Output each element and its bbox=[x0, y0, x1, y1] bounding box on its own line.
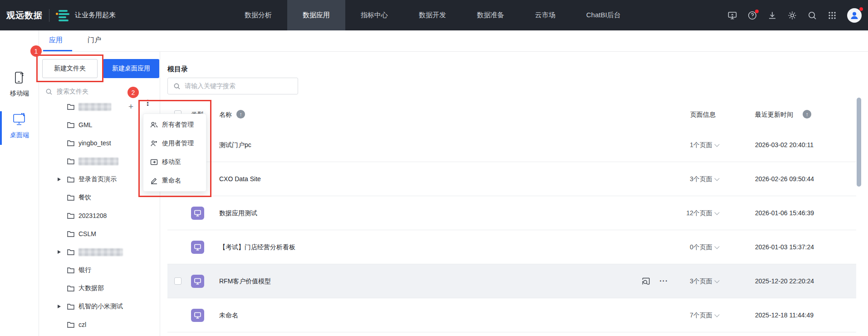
folder-tree: + GML yingbo_test 登录首页演示 餐饮 20231208 bbox=[39, 98, 160, 334]
nav-item-data-prep[interactable]: 数据准备 bbox=[461, 0, 520, 30]
folder-row[interactable]: CSLM bbox=[39, 225, 160, 243]
tab-apps[interactable]: 应用 bbox=[49, 36, 63, 44]
app-name[interactable]: RFM客户价值模型 bbox=[219, 277, 271, 286]
page-title: 根目录 bbox=[167, 65, 188, 74]
folder-search-placeholder: 搜索文件夹 bbox=[57, 88, 88, 96]
chevron-down-icon bbox=[714, 312, 719, 317]
app-name[interactable]: 测试门户pc bbox=[219, 141, 251, 149]
sort-asc-icon[interactable]: ↑ bbox=[236, 110, 245, 119]
settings-gear-icon[interactable] bbox=[787, 10, 797, 20]
folder-row[interactable]: 机智的小米测试 bbox=[39, 297, 160, 316]
new-desktop-app-button[interactable]: 新建桌面应用 bbox=[103, 59, 159, 78]
folder-row[interactable] bbox=[39, 152, 160, 170]
move-to-icon bbox=[150, 158, 158, 166]
table-row[interactable]: 数据应用测试 12个页面 2026-01-06 15:46:39 bbox=[167, 196, 856, 230]
folder-icon bbox=[67, 158, 74, 164]
help-icon[interactable] bbox=[747, 10, 757, 20]
menu-item-label: 移动至 bbox=[162, 158, 181, 166]
app-name[interactable]: 数据应用测试 bbox=[219, 209, 257, 217]
apps-grid-icon[interactable] bbox=[827, 10, 837, 20]
folder-row[interactable]: 登录首页演示 bbox=[39, 170, 160, 188]
desktop-app-icon bbox=[191, 207, 204, 220]
app-name[interactable]: 【考试】门店经营分析看板 bbox=[219, 243, 295, 252]
updated-time: 2025-12-18 11:44:49 bbox=[755, 311, 814, 319]
nav-item-cloud-market[interactable]: 云市场 bbox=[520, 0, 571, 30]
active-indicator bbox=[0, 111, 2, 145]
app-table: 测试门户pc 1个页面 2026-03-02 20:40:11 CXO Data… bbox=[167, 128, 856, 332]
menu-item-user-management[interactable]: 使用者管理 bbox=[143, 134, 206, 153]
nav-item-chatbi-admin[interactable]: ChatBI后台 bbox=[571, 0, 636, 30]
new-folder-button[interactable]: 新建文件夹 bbox=[42, 59, 98, 78]
folder-panel: 应用 门户 新建文件夹 新建桌面应用 搜索文件夹 + GML yingbo_te… bbox=[39, 30, 160, 336]
folder-icon bbox=[67, 321, 74, 328]
nav-item-data-apps[interactable]: 数据应用 bbox=[287, 0, 345, 30]
sidebar-label-desktop: 桌面端 bbox=[0, 131, 39, 139]
pages-dropdown[interactable]: 7个页面 bbox=[690, 311, 718, 320]
pages-dropdown[interactable]: 12个页面 bbox=[686, 209, 718, 217]
expand-caret-icon[interactable] bbox=[58, 305, 61, 308]
menu-item-rename[interactable]: 重命名 bbox=[143, 171, 206, 190]
folder-row[interactable]: 银行 bbox=[39, 261, 160, 279]
folder-row[interactable]: yingbo_test bbox=[39, 134, 160, 152]
app-name[interactable]: 未命名 bbox=[219, 311, 238, 320]
sort-asc-icon[interactable]: ↑ bbox=[803, 110, 811, 119]
folder-row[interactable]: 20231208 bbox=[39, 207, 160, 225]
device-sidebar: 移动端 桌面端 bbox=[0, 30, 39, 336]
app-name[interactable]: CXO Data Site bbox=[219, 175, 261, 183]
owners-icon bbox=[150, 121, 158, 128]
chevron-down-icon bbox=[714, 142, 719, 147]
nav-item-metrics-center[interactable]: 指标中心 bbox=[345, 0, 403, 30]
folder-name: 20231208 bbox=[78, 212, 107, 219]
add-subfolder-icon[interactable]: + bbox=[128, 102, 133, 112]
redacted-folder-name bbox=[78, 248, 123, 256]
download-icon[interactable] bbox=[767, 10, 777, 20]
table-row[interactable]: CXO Data Site 3个页面 2026-02-26 09:50:44 bbox=[167, 162, 856, 196]
nav-item-data-analysis[interactable]: 数据分析 bbox=[229, 0, 287, 30]
updated-time: 2025-12-20 22:20:24 bbox=[755, 277, 814, 285]
expand-caret-icon[interactable] bbox=[58, 178, 61, 181]
folder-icon bbox=[67, 122, 74, 128]
folder-icon bbox=[67, 194, 74, 201]
folder-row[interactable]: 餐饮 bbox=[39, 188, 160, 207]
chevron-down-icon bbox=[714, 176, 719, 181]
updated-time: 2026-01-06 15:46:39 bbox=[755, 209, 814, 217]
sidebar-label-mobile: 移动端 bbox=[0, 89, 39, 98]
folder-row[interactable]: 大数据部 bbox=[39, 279, 160, 297]
folder-row[interactable]: + bbox=[39, 98, 160, 116]
folder-icon bbox=[67, 140, 74, 146]
search-icon[interactable] bbox=[807, 10, 817, 20]
folder-more-menu-icon[interactable]: ⋮ bbox=[144, 101, 150, 113]
menu-item-move-to[interactable]: 移动至 bbox=[143, 153, 206, 171]
header-divider bbox=[39, 51, 868, 52]
user-avatar[interactable] bbox=[847, 8, 862, 23]
sidebar-item-mobile[interactable]: 移动端 bbox=[0, 70, 39, 98]
folder-icon bbox=[67, 212, 74, 219]
sidebar-item-desktop[interactable]: 桌面端 bbox=[0, 112, 39, 139]
desktop-app-icon bbox=[191, 241, 204, 254]
table-row[interactable]: 未命名 7个页面 2025-12-18 11:44:49 bbox=[167, 298, 856, 332]
tab-portal[interactable]: 门户 bbox=[88, 36, 101, 44]
nav-item-data-dev[interactable]: 数据开发 bbox=[403, 0, 461, 30]
pages-dropdown[interactable]: 3个页面 bbox=[690, 277, 718, 286]
brand-divider bbox=[49, 9, 49, 22]
folder-row[interactable]: GML bbox=[39, 116, 160, 134]
screen-publish-icon[interactable] bbox=[727, 10, 737, 20]
folder-row[interactable]: czl bbox=[39, 316, 160, 334]
redacted-folder-name bbox=[78, 103, 111, 111]
menu-item-owner-management[interactable]: 所有者管理 bbox=[143, 115, 206, 134]
table-row[interactable]: RFM客户价值模型 ··· 3个页面 2025-12-20 22:20:24 bbox=[167, 264, 856, 298]
expand-caret-icon[interactable] bbox=[58, 250, 61, 254]
table-row[interactable]: 测试门户pc 1个页面 2026-03-02 20:40:11 bbox=[167, 128, 856, 162]
row-checkbox[interactable] bbox=[174, 277, 181, 285]
search-icon bbox=[45, 88, 53, 95]
more-actions-icon[interactable]: ··· bbox=[659, 277, 668, 286]
vertical-scrollbar[interactable] bbox=[857, 98, 861, 187]
table-row[interactable]: 【考试】门店经营分析看板 0个页面 2026-01-03 15:37:24 bbox=[167, 230, 856, 264]
folder-name: 登录首页演示 bbox=[78, 175, 117, 183]
preview-icon[interactable] bbox=[641, 277, 650, 286]
pages-dropdown[interactable]: 0个页面 bbox=[690, 243, 718, 252]
pages-dropdown[interactable]: 1个页面 bbox=[690, 141, 718, 149]
pages-dropdown[interactable]: 3个页面 bbox=[690, 175, 718, 183]
keyword-search-input[interactable]: 请输入关键字搜索 bbox=[167, 78, 298, 94]
folder-row[interactable] bbox=[39, 243, 160, 261]
